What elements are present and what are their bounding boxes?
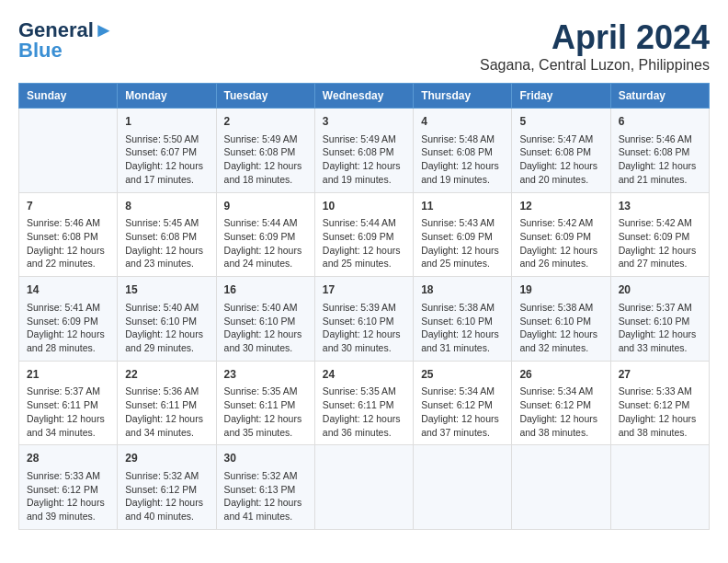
header-cell-friday: Friday [512, 84, 610, 109]
calendar-cell: 24Sunrise: 5:35 AMSunset: 6:11 PMDayligh… [314, 361, 413, 445]
day-info-text: Sunrise: 5:35 AM [224, 385, 307, 398]
day-number: 20 [619, 282, 701, 298]
day-info-text: Sunrise: 5:33 AM [619, 385, 701, 398]
day-number: 4 [421, 114, 504, 130]
day-number: 1 [125, 114, 208, 130]
day-info-text: Daylight: 12 hours [421, 159, 504, 173]
logo: General► Blue [18, 18, 114, 63]
day-number: 7 [27, 199, 109, 214]
day-number: 17 [323, 282, 405, 298]
day-number: 28 [27, 451, 109, 466]
day-info-text: Daylight: 12 hours [125, 496, 208, 510]
day-info-text: Sunset: 6:10 PM [619, 315, 701, 328]
day-info-text: Daylight: 12 hours [27, 496, 109, 510]
day-info-text: Daylight: 12 hours [519, 327, 602, 341]
day-number: 19 [519, 282, 602, 298]
day-info-text: and 30 minutes. [224, 341, 307, 355]
day-info-text: and 32 minutes. [519, 341, 602, 355]
day-number: 30 [224, 451, 307, 466]
day-number: 15 [125, 282, 208, 298]
calendar-cell: 18Sunrise: 5:38 AMSunset: 6:10 PMDayligh… [414, 277, 512, 362]
day-info-text: Sunrise: 5:46 AM [27, 216, 109, 230]
day-number: 27 [619, 367, 701, 383]
day-info-text: Sunrise: 5:34 AM [421, 385, 504, 398]
calendar-cell: 17Sunrise: 5:39 AMSunset: 6:10 PMDayligh… [314, 277, 413, 362]
calendar-cell: 20Sunrise: 5:37 AMSunset: 6:10 PMDayligh… [610, 277, 709, 362]
day-info-text: Sunset: 6:08 PM [619, 145, 701, 159]
day-info-text: and 38 minutes. [619, 426, 701, 440]
day-info-text: Daylight: 12 hours [224, 412, 307, 426]
week-row-2: 7Sunrise: 5:46 AMSunset: 6:08 PMDaylight… [19, 192, 710, 277]
day-info-text: Daylight: 12 hours [323, 159, 405, 173]
day-info-text: Sunset: 6:13 PM [224, 483, 307, 497]
calendar-cell: 1Sunrise: 5:50 AMSunset: 6:07 PMDaylight… [118, 109, 216, 193]
day-number: 26 [519, 367, 602, 383]
day-info-text: and 23 minutes. [125, 257, 208, 270]
calendar-table: SundayMondayTuesdayWednesdayThursdayFrid… [18, 83, 710, 530]
day-info-text: and 33 minutes. [619, 341, 701, 355]
day-info-text: Sunrise: 5:41 AM [27, 301, 109, 315]
calendar-cell: 3Sunrise: 5:49 AMSunset: 6:08 PMDaylight… [314, 109, 413, 193]
day-info-text: Daylight: 12 hours [125, 244, 208, 258]
day-number: 16 [224, 282, 307, 298]
day-info-text: Daylight: 12 hours [619, 412, 701, 426]
day-info-text: and 17 minutes. [125, 173, 208, 187]
day-info-text: and 34 minutes. [27, 426, 109, 440]
calendar-cell: 16Sunrise: 5:40 AMSunset: 6:10 PMDayligh… [216, 277, 314, 362]
day-number: 18 [421, 282, 504, 298]
day-info-text: Sunrise: 5:35 AM [323, 385, 405, 398]
day-info-text: Sunrise: 5:49 AM [323, 132, 405, 146]
day-info-text: Daylight: 12 hours [323, 412, 405, 426]
day-info-text: Sunset: 6:08 PM [224, 145, 307, 159]
calendar-cell: 12Sunrise: 5:42 AMSunset: 6:09 PMDayligh… [512, 192, 610, 277]
day-info-text: and 28 minutes. [27, 341, 109, 355]
day-info-text: Sunset: 6:09 PM [519, 230, 602, 244]
header-cell-sunday: Sunday [19, 84, 118, 109]
calendar-cell: 14Sunrise: 5:41 AMSunset: 6:09 PMDayligh… [19, 277, 118, 362]
day-info-text: Sunset: 6:10 PM [421, 315, 504, 328]
calendar-cell: 13Sunrise: 5:42 AMSunset: 6:09 PMDayligh… [610, 192, 709, 277]
day-number: 2 [224, 114, 307, 130]
main-title: April 2024 [480, 18, 710, 57]
day-info-text: Sunrise: 5:46 AM [619, 132, 701, 146]
day-info-text: Sunrise: 5:43 AM [421, 216, 504, 230]
day-info-text: and 36 minutes. [323, 426, 405, 440]
day-info-text: Sunrise: 5:32 AM [224, 469, 307, 483]
header-cell-monday: Monday [118, 84, 216, 109]
day-info-text: Sunrise: 5:44 AM [224, 216, 307, 230]
day-info-text: Sunrise: 5:40 AM [125, 301, 208, 315]
day-info-text: Sunset: 6:08 PM [27, 230, 109, 244]
day-info-text: Daylight: 12 hours [619, 159, 701, 173]
calendar-cell: 28Sunrise: 5:33 AMSunset: 6:12 PMDayligh… [19, 445, 118, 530]
day-info-text: Sunset: 6:10 PM [323, 315, 405, 328]
day-info-text: Sunrise: 5:38 AM [519, 301, 602, 315]
day-info-text: Daylight: 12 hours [323, 244, 405, 258]
day-info-text: Sunset: 6:11 PM [323, 398, 405, 412]
header-cell-tuesday: Tuesday [216, 84, 314, 109]
day-info-text: Daylight: 12 hours [125, 159, 208, 173]
day-info-text: and 25 minutes. [421, 257, 504, 270]
day-info-text: and 30 minutes. [323, 341, 405, 355]
day-info-text: Daylight: 12 hours [323, 327, 405, 341]
day-info-text: Sunrise: 5:37 AM [619, 301, 701, 315]
day-info-text: Sunrise: 5:39 AM [323, 301, 405, 315]
day-info-text: Sunset: 6:08 PM [519, 145, 602, 159]
day-info-text: Sunrise: 5:47 AM [519, 132, 602, 146]
day-info-text: Sunrise: 5:50 AM [125, 132, 208, 146]
calendar-cell: 19Sunrise: 5:38 AMSunset: 6:10 PMDayligh… [512, 277, 610, 362]
calendar-cell: 23Sunrise: 5:35 AMSunset: 6:11 PMDayligh… [216, 361, 314, 445]
header-cell-wednesday: Wednesday [314, 84, 413, 109]
day-number: 5 [519, 114, 602, 130]
calendar-cell [512, 445, 610, 530]
day-info-text: Daylight: 12 hours [519, 159, 602, 173]
day-info-text: Sunset: 6:11 PM [27, 398, 109, 412]
day-info-text: and 21 minutes. [619, 173, 701, 187]
calendar-cell [414, 445, 512, 530]
day-info-text: Sunset: 6:11 PM [125, 398, 208, 412]
week-row-1: 1Sunrise: 5:50 AMSunset: 6:07 PMDaylight… [19, 109, 710, 193]
day-info-text: Sunrise: 5:33 AM [27, 469, 109, 483]
day-info-text: Daylight: 12 hours [619, 244, 701, 258]
day-info-text: Daylight: 12 hours [519, 412, 602, 426]
calendar-cell: 26Sunrise: 5:34 AMSunset: 6:12 PMDayligh… [512, 361, 610, 445]
day-info-text: Daylight: 12 hours [421, 244, 504, 258]
